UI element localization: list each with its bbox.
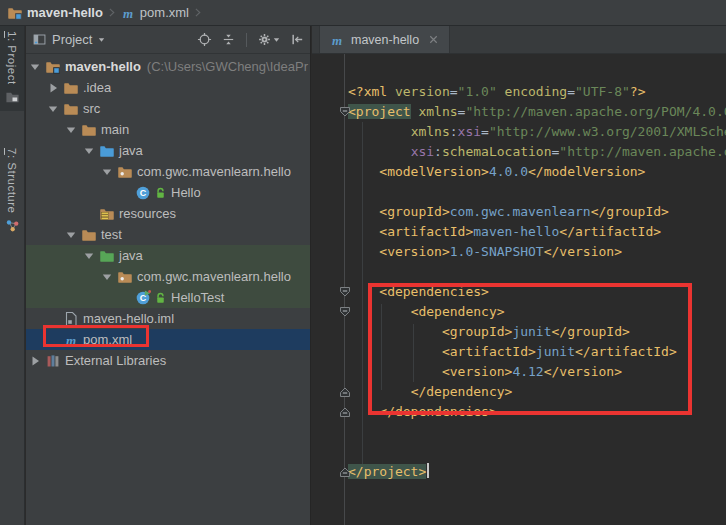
tree-item-test[interactable]: test xyxy=(26,224,311,245)
close-icon[interactable] xyxy=(427,33,440,46)
tree-item-main[interactable]: main xyxy=(26,119,311,140)
tree-item-label: External Libraries xyxy=(65,353,166,368)
code-line: <dependency> xyxy=(348,302,726,322)
fold-marker-down[interactable] xyxy=(339,286,351,298)
tree-item-hellotest[interactable]: CHelloTest xyxy=(26,287,311,308)
svg-text:m: m xyxy=(123,5,133,20)
tree-item-label: pom.xml xyxy=(83,332,132,347)
fold-marker-down[interactable] xyxy=(339,106,351,118)
breadcrumb-item-pom-xml[interactable]: mpom.xml xyxy=(120,5,189,21)
tree-item-label: maven-hello.iml xyxy=(83,311,174,326)
editor-tab-maven-hello[interactable]: m maven-hello xyxy=(319,26,450,53)
tree-item-maven-hello-iml[interactable]: maven-hello.iml xyxy=(26,308,311,329)
fold-marker-down[interactable] xyxy=(339,306,351,318)
tree-item-label: main xyxy=(101,122,129,137)
project-tool-icon xyxy=(5,90,20,105)
source-folder-icon xyxy=(98,143,116,159)
tree-expand-arrow[interactable] xyxy=(26,353,44,369)
library-icon xyxy=(44,353,62,369)
project-view-selector[interactable]: Project xyxy=(32,32,106,47)
stripe-tab-structure[interactable]: 7: Structure xyxy=(0,143,24,239)
tree-expand-arrow[interactable] xyxy=(98,269,116,285)
structure-icon xyxy=(5,218,20,233)
code-line xyxy=(348,262,726,282)
stripe-tab-project[interactable]: 1: Project xyxy=(0,26,24,111)
editor-tab-label: maven-hello xyxy=(351,33,419,47)
tree-expand-arrow[interactable] xyxy=(98,164,116,180)
tree-item-path: (C:\Users\GWCheng\IdeaPr xyxy=(147,59,308,74)
tree-expand-arrow[interactable] xyxy=(44,101,62,117)
fold-marker-up[interactable] xyxy=(339,406,351,418)
resources-icon xyxy=(98,206,116,222)
maven-icon: m xyxy=(62,332,80,348)
tree-item-com-gwc-mavenlearn-hello[interactable]: com.gwc.mavenlearn.hello xyxy=(26,161,311,182)
breadcrumb-separator-icon xyxy=(105,6,118,19)
tree-expand-arrow[interactable] xyxy=(80,143,98,159)
folder-icon xyxy=(80,122,98,138)
stripe-tab-label: 1: Project xyxy=(6,31,18,85)
tree-item-hello[interactable]: CHello xyxy=(26,182,311,203)
tree-expand-arrow[interactable] xyxy=(62,227,80,243)
stripe-tab-label: 7: Structure xyxy=(6,148,18,213)
tree-expand-arrow[interactable] xyxy=(44,80,62,96)
code-line: <artifactId>junit</artifactId> xyxy=(348,342,726,362)
fold-marker-up[interactable] xyxy=(339,386,351,398)
svg-text:m: m xyxy=(66,332,76,347)
code-line: <version>1.0-SNAPSHOT</version> xyxy=(348,242,726,262)
code-line xyxy=(348,422,726,442)
tree-item-external-libraries[interactable]: External Libraries xyxy=(26,350,311,371)
code-line: <version>4.12</version> xyxy=(348,362,726,382)
hide-button[interactable] xyxy=(289,31,306,48)
tree-item-label: java xyxy=(119,248,143,263)
locate-button[interactable] xyxy=(196,31,213,48)
code-line: </dependencies> xyxy=(348,402,726,422)
class-icon: C xyxy=(134,185,152,201)
code-content: <?xml version="1.0" encoding="UTF-8"?><p… xyxy=(348,82,726,482)
project-toolbar-actions xyxy=(196,31,306,48)
tree-expand-arrow[interactable] xyxy=(80,248,98,264)
tree-item-maven-hello[interactable]: maven-hello(C:\Users\GWCheng\IdeaPr xyxy=(26,56,311,77)
code-line: </dependency> xyxy=(348,382,726,402)
tree-item-label: maven-hello xyxy=(65,59,141,74)
tree-item-label: com.gwc.mavenlearn.hello xyxy=(137,164,291,179)
code-line: </project> xyxy=(348,462,726,482)
editor-tab-strip: m maven-hello xyxy=(312,26,726,54)
test-class-icon: C xyxy=(134,290,152,306)
tree-expand-arrow[interactable] xyxy=(26,59,44,75)
tree-item-com-gwc-mavenlearn-hello[interactable]: com.gwc.mavenlearn.hello xyxy=(26,266,311,287)
iml-file-icon xyxy=(62,311,80,327)
folder-icon xyxy=(80,227,98,243)
package-icon xyxy=(116,269,134,285)
lock-icon xyxy=(153,291,168,304)
settings-button[interactable] xyxy=(256,31,282,48)
tree-item-label: com.gwc.mavenlearn.hello xyxy=(137,269,291,284)
tree-item-src[interactable]: src xyxy=(26,98,311,119)
svg-text:m: m xyxy=(332,32,342,47)
tree-item-label: Hello xyxy=(171,185,201,200)
tree-item-java[interactable]: java xyxy=(26,140,311,161)
breadcrumb-separator-icon xyxy=(191,6,204,19)
maven-icon: m xyxy=(120,5,136,21)
fold-marker-up[interactable] xyxy=(339,466,351,478)
breadcrumb-item-maven-hello[interactable]: maven-hello xyxy=(7,5,103,21)
tree-item-resources[interactable]: resources xyxy=(26,203,311,224)
chevron-down-icon xyxy=(97,35,106,44)
maven-icon: m xyxy=(329,32,345,48)
tree-expand-arrow[interactable] xyxy=(62,122,80,138)
code-line: xmlns:xsi="http://www.w3.org/2001/XMLSch… xyxy=(348,122,726,142)
folder-icon xyxy=(62,101,80,117)
code-line xyxy=(348,182,726,202)
editor: m maven-hello <?xml version="1.0" encodi… xyxy=(312,26,726,525)
editor-area[interactable]: <?xml version="1.0" encoding="UTF-8"?><p… xyxy=(312,54,726,525)
breadcrumb-label: pom.xml xyxy=(140,5,189,20)
tree-item-label: .idea xyxy=(83,80,111,95)
tree-item-pom-xml[interactable]: mpom.xml xyxy=(26,329,311,350)
project-panel: Project maven-hello(C:\Users\GWCheng\Ide… xyxy=(26,26,311,525)
panel-icon xyxy=(32,32,47,47)
ide-window: maven-hellompom.xml 1: Project7: Structu… xyxy=(0,0,726,525)
tree-item-java[interactable]: java xyxy=(26,245,311,266)
collapse-all-button[interactable] xyxy=(220,31,237,48)
project-tree: maven-hello(C:\Users\GWCheng\IdeaPr.idea… xyxy=(26,56,311,371)
tree-item--idea[interactable]: .idea xyxy=(26,77,311,98)
tree-item-label: src xyxy=(83,101,100,116)
